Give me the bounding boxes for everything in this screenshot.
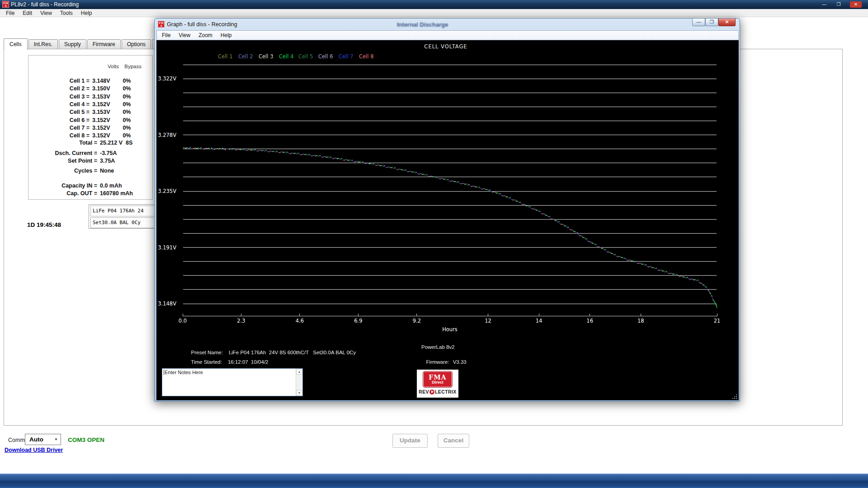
summary-row: Capacity IN =0.0 mAh [30, 183, 144, 189]
graph-menu-zoom[interactable]: Zoom [194, 32, 217, 38]
logo-direct-text: Direct [432, 380, 443, 385]
main-menu-help[interactable]: Help [77, 10, 96, 16]
graph-menu-file[interactable]: File [158, 32, 175, 38]
main-title-bar[interactable]: FMA PL8v2 - full diss - Recording — ❐ ✕ [0, 0, 868, 9]
graph-minimize-button[interactable]: — [692, 19, 705, 26]
summary-label: Cap. OUT = [30, 190, 97, 197]
summary-row: Cycles =None [30, 168, 144, 174]
graph-maximize-button[interactable]: ❐ [705, 19, 718, 26]
graph-close-button[interactable]: ✕ [718, 19, 736, 26]
svg-text:21: 21 [714, 318, 721, 324]
trace-cell-2 [183, 148, 713, 300]
summary-value: 160780 mAh [97, 190, 133, 197]
legend-item-cell-7: Cell 7 [339, 53, 353, 60]
tab-options[interactable]: Options [122, 39, 151, 49]
resize-grip[interactable] [732, 394, 737, 399]
comm-status: COM3 OPEN [68, 436, 104, 443]
summary-row: Dsch. Current =-3.75A [30, 150, 144, 156]
summary-row: Total =25.212 V 8S [30, 140, 144, 146]
legend-item-cell-4: Cell 4 [279, 53, 293, 60]
svg-text:3.235V: 3.235V [158, 188, 176, 194]
cell-volts-value: 3.152V [90, 101, 122, 108]
graph-title-bar[interactable]: FMA Graph - full diss - Recording Intern… [155, 19, 740, 30]
comm-select-value: Auto [29, 436, 43, 443]
scroll-up-icon[interactable]: ▲ [296, 369, 302, 375]
cell-volts-value: 3.152V [90, 132, 122, 139]
firmware-label: Firmware: [426, 359, 449, 365]
tab-cells[interactable]: Cells [4, 38, 28, 50]
download-usb-driver-link[interactable]: Download USB Driver [5, 447, 63, 453]
table-row: Cell 7 =3.152V0% [39, 125, 142, 131]
cell-bypass-value: 0% [122, 101, 142, 108]
summary-label: Dsch. Current = [30, 150, 97, 156]
trace-cell-8 [183, 149, 713, 300]
trace-cell-5 [183, 148, 713, 300]
tab-supply[interactable]: Supply [59, 39, 86, 49]
summary-label: Cycles = [30, 168, 97, 174]
main-maximize-button[interactable]: ❐ [833, 1, 844, 8]
fma-direct-badge: FMA Direct [423, 371, 453, 388]
cell-label: Cell 5 = [39, 109, 90, 115]
revolectrix-logo: FMA Direct REV LECTRIX [417, 370, 458, 398]
legend-item-cell-1: Cell 1 [218, 53, 232, 60]
revolectrix-wordmark: REV LECTRIX [419, 389, 457, 394]
summary-value: 25.212 V 8S [97, 140, 132, 146]
tab-strip: CellsInt.Res.SupplyFirmwareOptionsPres [4, 38, 175, 49]
fma-app-icon: FMA [158, 21, 165, 28]
main-minimize-button[interactable]: — [818, 1, 830, 8]
cell-volts-value: 3.153V [90, 109, 122, 115]
main-menu-edit[interactable]: Edit [19, 10, 36, 16]
cell-bypass-value: 0% [122, 78, 142, 84]
svg-text:16: 16 [586, 318, 593, 324]
legend-item-cell-6: Cell 6 [318, 53, 333, 60]
scroll-down-icon[interactable]: ▼ [296, 390, 302, 396]
device-name: PowerLab 8v2 [421, 344, 455, 350]
svg-text:6.9: 6.9 [354, 318, 362, 324]
trace-tail-cell-5 [713, 300, 717, 309]
svg-text:9.2: 9.2 [413, 318, 421, 324]
main-menu-file[interactable]: File [2, 10, 19, 16]
chevron-down-icon: ▼ [54, 434, 58, 445]
summary-label: Total = [30, 140, 97, 146]
cell-bypass-value: 0% [122, 109, 142, 115]
table-row: Cell 6 =3.152V0% [39, 117, 142, 123]
legend-item-cell-8: Cell 8 [359, 53, 373, 60]
graph-menu-bar: FileViewZoomHelp [156, 30, 739, 40]
legend-item-cell-2: Cell 2 [238, 53, 253, 60]
notes-scrollbar[interactable]: ▲ ▼ [296, 369, 302, 396]
comm-select[interactable]: Auto ▼ [25, 434, 61, 445]
notes-input[interactable]: Enter Notes Here ▲ ▼ [162, 368, 303, 396]
main-menu-tools[interactable]: Tools [56, 10, 77, 16]
main-close-button[interactable]: ✕ [850, 1, 862, 8]
graph-menu-view[interactable]: View [175, 32, 194, 38]
cell-bypass-value: 0% [122, 85, 142, 92]
update-button[interactable]: Update [392, 434, 428, 448]
main-menu-view[interactable]: View [36, 10, 56, 16]
cells-header: Volts Bypass [39, 64, 142, 69]
cell-bypass-value: 0% [122, 125, 142, 131]
time-started-value: 16:12:07 10/04/2 [228, 359, 269, 365]
fma-app-icon: FMA [2, 1, 9, 8]
summary-value: None [97, 168, 114, 174]
tab-intres[interactable]: Int.Res. [28, 39, 58, 49]
main-window-title: PL8v2 - full diss - Recording [11, 1, 79, 8]
svg-text:4.6: 4.6 [296, 318, 304, 324]
cells-panel: Volts Bypass Cell 1 =3.148V0%Cell 2 =3.1… [28, 55, 153, 200]
elapsed-time: 1D 19:45:48 [27, 221, 61, 228]
brand-right-text: LECTRIX [435, 389, 457, 394]
tab-firmware[interactable]: Firmware [87, 39, 121, 49]
logo-fma-text: FMA [429, 374, 446, 380]
cell-bypass-value: 0% [122, 94, 142, 100]
trace-cell-1 [183, 148, 713, 300]
svg-text:14: 14 [536, 318, 542, 324]
bypass-column-header: Bypass [119, 64, 142, 69]
graph-client-area: 3.322V3.278V3.235V3.191V3.148V0.02.34.66… [156, 40, 739, 400]
graph-menu-help[interactable]: Help [217, 32, 236, 38]
cancel-button[interactable]: Cancel [438, 434, 469, 448]
cell-label: Cell 1 = [39, 78, 90, 84]
desktop: FMA PL8v2 - full diss - Recording — ❐ ✕ … [0, 0, 868, 488]
svg-text:2.3: 2.3 [237, 318, 245, 324]
cell-label: Cell 6 = [39, 117, 90, 123]
cell-volts-value: 3.153V [90, 94, 122, 100]
legend-item-cell-3: Cell 3 [259, 53, 273, 60]
